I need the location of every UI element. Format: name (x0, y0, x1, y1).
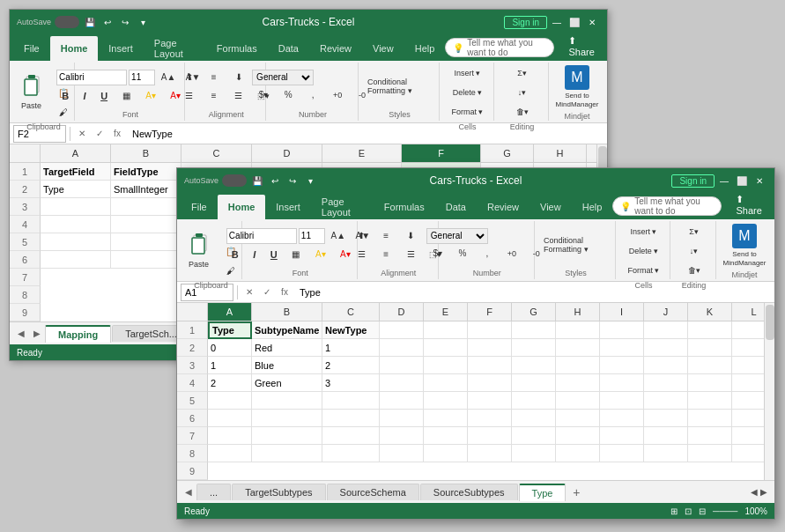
cell-B1-2[interactable]: SubtypeName (252, 321, 322, 339)
italic-btn-1[interactable]: I (76, 88, 93, 104)
fill-btn-2[interactable]: ↓▾ (683, 242, 706, 260)
sign-in-btn-2[interactable]: Sign in (671, 174, 715, 188)
redo-icon-1[interactable]: ↪ (118, 15, 132, 29)
format-cells-btn-2[interactable]: Format ▾ (625, 262, 662, 279)
cell-C4-2[interactable]: 3 (322, 374, 380, 392)
fill-color-btn-1[interactable]: A▾ (139, 87, 162, 105)
scrollbar-v-2[interactable] (764, 303, 774, 480)
col-B-1[interactable]: B (111, 144, 181, 162)
insert-function-btn-1[interactable]: fx (109, 126, 125, 142)
row-num-9-2[interactable]: 9 (177, 462, 208, 480)
tab-help-2[interactable]: Help (572, 195, 613, 219)
sheet-tab-targetsubtypes-2[interactable]: TargetSubtypes (232, 484, 325, 500)
cell-B4-2[interactable]: Green (252, 374, 322, 392)
col-E-2[interactable]: E (424, 303, 468, 321)
percent-btn-2[interactable]: % (451, 245, 474, 262)
cell-B3-2[interactable]: Blue (252, 357, 322, 374)
row-num-1-1[interactable]: 1 (10, 163, 41, 181)
sum-btn-1[interactable]: Σ▾ (511, 64, 534, 82)
row-num-8-1[interactable]: 8 (10, 286, 41, 304)
cell-C2-2[interactable]: 1 (322, 339, 380, 357)
cell-C1-2[interactable]: NewType (322, 321, 380, 339)
view-normal-btn-2[interactable]: ⊞ (670, 506, 678, 516)
scroll-indicator-2[interactable]: ◀ ▶ (751, 487, 767, 497)
autosave-toggle-1[interactable] (55, 16, 79, 28)
tab-insert-2[interactable]: Insert (265, 195, 311, 219)
row-num-5-1[interactable]: 5 (10, 233, 41, 251)
cancel-formula-btn-2[interactable]: ✕ (241, 284, 257, 300)
restore-btn-1[interactable]: ⬜ (567, 14, 582, 30)
confirm-formula-btn-1[interactable]: ✓ (92, 126, 107, 142)
row-num-9-1[interactable]: 9 (10, 304, 41, 321)
cell-B2-2[interactable]: Red (252, 339, 322, 357)
customize-qat-2[interactable]: ▾ (303, 174, 317, 188)
undo-icon-2[interactable]: ↩ (268, 174, 282, 188)
row-num-4-1[interactable]: 4 (10, 216, 41, 233)
border-btn-2[interactable]: ▦ (285, 246, 307, 263)
row-num-2-1[interactable]: 2 (10, 181, 41, 198)
autosave-toggle-2[interactable] (222, 174, 247, 187)
cell-A2-2[interactable]: 0 (208, 339, 252, 357)
tab-review-2[interactable]: Review (477, 195, 530, 219)
font-size-input-2[interactable] (299, 228, 325, 244)
close-btn-2[interactable]: ✕ (752, 173, 767, 188)
sheet-nav-prev-1[interactable]: ◀ (13, 326, 29, 342)
fill-btn-1[interactable]: ↓▾ (511, 84, 534, 101)
row-num-6-1[interactable]: 6 (10, 251, 41, 269)
sheet-tab-mapping-1[interactable]: Mapping (45, 325, 111, 343)
left-align-btn-1[interactable]: ☰ (178, 87, 201, 105)
font-name-input-1[interactable] (56, 70, 127, 85)
col-H-1[interactable]: H (534, 144, 587, 162)
share-btn-2[interactable]: ⬆ Share (729, 190, 771, 219)
num-format-select-1[interactable]: General (252, 70, 314, 85)
top-align-btn-1[interactable]: ⬆ (178, 69, 201, 86)
tab-view-2[interactable]: View (530, 195, 572, 219)
col-F-1[interactable]: F (402, 144, 481, 162)
cell-C3-2[interactable]: 2 (322, 357, 380, 374)
row-num-8-2[interactable]: 8 (177, 445, 208, 462)
dec-inc-btn-2[interactable]: +0 (500, 245, 523, 262)
format-cells-btn-1[interactable]: Format ▾ (448, 103, 485, 121)
tab-data-2[interactable]: Data (435, 195, 477, 219)
tab-formulas-2[interactable]: Formulas (374, 195, 435, 219)
num-format-select-2[interactable]: General (426, 228, 488, 244)
row-num-7-2[interactable]: 7 (177, 427, 208, 445)
delete-cells-btn-1[interactable]: Delete ▾ (448, 84, 485, 101)
cond-format-btn-2[interactable]: Conditional Formatting ▾ (540, 236, 611, 254)
col-K-2[interactable]: K (688, 303, 732, 321)
sheet-tab-type-2[interactable]: Type (519, 484, 567, 501)
view-layout-btn-2[interactable]: ⊡ (685, 506, 692, 516)
cell-B2-1[interactable]: SmallInteger (111, 181, 181, 198)
add-sheet-btn-2[interactable]: + (567, 483, 586, 502)
bold-btn-1[interactable]: B (56, 88, 74, 104)
cond-format-btn-1[interactable]: Conditional Formatting ▾ (364, 78, 435, 95)
right-align-btn-1[interactable]: ☰ (227, 87, 250, 105)
cell-A1-2[interactable]: Type (208, 321, 252, 339)
left-align-btn-2[interactable]: ☰ (350, 246, 373, 263)
undo-icon-1[interactable]: ↩ (100, 15, 115, 29)
cell-A4-2[interactable]: 2 (208, 374, 252, 392)
confirm-formula-btn-2[interactable]: ✓ (259, 284, 275, 300)
col-G-2[interactable]: G (512, 303, 556, 321)
sheet-tab-dots-2[interactable]: ... (196, 484, 231, 500)
save-icon-1[interactable]: 💾 (83, 15, 97, 29)
tab-help-1[interactable]: Help (404, 36, 446, 61)
currency-btn-2[interactable]: $▾ (426, 245, 449, 262)
row-num-3-1[interactable]: 3 (10, 198, 41, 216)
tab-pagelayout-1[interactable]: Page Layout (144, 36, 206, 61)
tab-file-1[interactable]: File (13, 36, 50, 61)
sheet-nav-next-1[interactable]: ▶ (29, 326, 45, 342)
top-align-btn-2[interactable]: ⬆ (350, 227, 373, 245)
paste-btn-1[interactable]: Paste (13, 70, 50, 115)
col-H-2[interactable]: H (556, 303, 600, 321)
tab-insert-1[interactable]: Insert (98, 36, 144, 61)
restore-btn-2[interactable]: ⬜ (734, 173, 750, 188)
redo-icon-2[interactable]: ↪ (285, 174, 300, 188)
cell-B3-1[interactable] (111, 198, 181, 216)
font-name-input-2[interactable] (226, 228, 297, 244)
sheet-nav-prev-2[interactable]: ◀ (181, 484, 196, 500)
right-align-btn-2[interactable]: ☰ (399, 246, 422, 263)
col-C-2[interactable]: C (322, 303, 380, 321)
clear-btn-2[interactable]: 🗑▾ (683, 262, 706, 279)
cell-A3-2[interactable]: 1 (208, 357, 252, 374)
